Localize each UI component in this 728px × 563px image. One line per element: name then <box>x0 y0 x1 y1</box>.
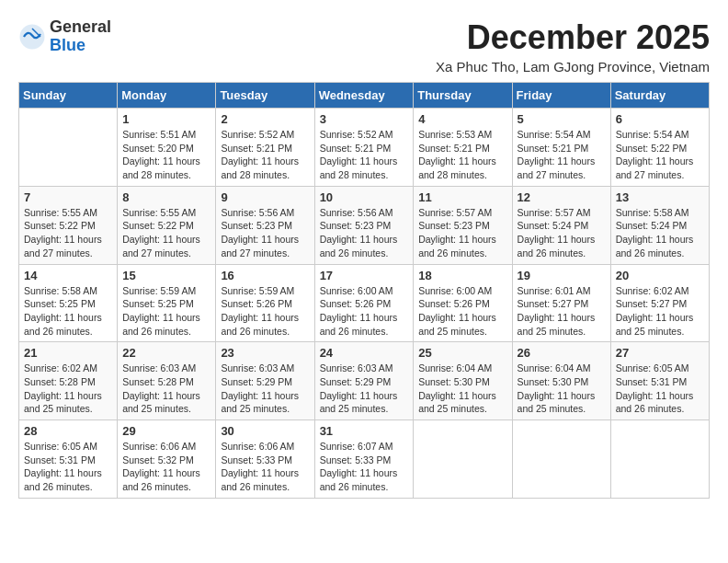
day-number: 15 <box>122 269 210 282</box>
calendar-cell: 15Sunrise: 5:59 AM Sunset: 5:25 PM Dayli… <box>118 264 216 342</box>
calendar-cell: 31Sunrise: 6:07 AM Sunset: 5:33 PM Dayli… <box>314 420 414 499</box>
calendar-cell: 16Sunrise: 5:59 AM Sunset: 5:26 PM Dayli… <box>216 264 314 342</box>
weekday-header: Thursday <box>414 83 512 109</box>
calendar-cell: 26Sunrise: 6:04 AM Sunset: 5:30 PM Dayli… <box>512 342 610 420</box>
day-info: Sunrise: 5:54 AM Sunset: 5:22 PM Dayligh… <box>616 128 704 182</box>
day-number: 23 <box>221 346 309 360</box>
day-number: 28 <box>24 424 112 438</box>
weekday-header: Sunday <box>19 83 118 109</box>
day-number: 25 <box>418 346 506 360</box>
day-info: Sunrise: 6:04 AM Sunset: 5:30 PM Dayligh… <box>518 362 606 416</box>
calendar-cell <box>19 109 118 187</box>
day-number: 8 <box>122 190 210 204</box>
day-info: Sunrise: 5:58 AM Sunset: 5:24 PM Dayligh… <box>616 206 704 260</box>
day-number: 16 <box>221 269 309 282</box>
weekday-header: Tuesday <box>216 83 314 109</box>
title-block: December 2025 Xa Phuc Tho, Lam GJong Pro… <box>436 18 710 75</box>
day-info: Sunrise: 6:05 AM Sunset: 5:31 PM Dayligh… <box>24 440 112 494</box>
calendar-cell: 8Sunrise: 5:55 AM Sunset: 5:22 PM Daylig… <box>118 186 216 264</box>
calendar-cell: 29Sunrise: 6:06 AM Sunset: 5:32 PM Dayli… <box>118 420 216 499</box>
day-number: 1 <box>122 112 210 126</box>
day-info: Sunrise: 6:03 AM Sunset: 5:29 PM Dayligh… <box>221 362 309 416</box>
day-info: Sunrise: 5:53 AM Sunset: 5:21 PM Dayligh… <box>418 128 506 182</box>
day-number: 30 <box>221 424 309 438</box>
day-info: Sunrise: 6:07 AM Sunset: 5:33 PM Dayligh… <box>320 440 409 494</box>
calendar-cell: 10Sunrise: 5:56 AM Sunset: 5:23 PM Dayli… <box>314 186 414 264</box>
calendar-cell: 1Sunrise: 5:51 AM Sunset: 5:20 PM Daylig… <box>118 109 216 187</box>
logo: General Blue <box>18 18 111 55</box>
calendar-week-row: 7Sunrise: 5:55 AM Sunset: 5:22 PM Daylig… <box>19 186 710 264</box>
day-info: Sunrise: 6:04 AM Sunset: 5:30 PM Dayligh… <box>418 362 506 416</box>
calendar-cell: 7Sunrise: 5:55 AM Sunset: 5:22 PM Daylig… <box>19 186 118 264</box>
day-info: Sunrise: 5:59 AM Sunset: 5:26 PM Dayligh… <box>221 284 309 339</box>
day-number: 7 <box>24 190 112 204</box>
day-number: 3 <box>320 112 409 126</box>
location: Xa Phuc Tho, Lam GJong Province, Vietnam <box>436 59 710 75</box>
day-number: 13 <box>616 190 704 204</box>
day-info: Sunrise: 5:54 AM Sunset: 5:21 PM Dayligh… <box>518 128 606 182</box>
calendar-week-row: 1Sunrise: 5:51 AM Sunset: 5:20 PM Daylig… <box>19 109 710 187</box>
calendar-cell: 27Sunrise: 6:05 AM Sunset: 5:31 PM Dayli… <box>610 342 709 420</box>
day-number: 10 <box>320 190 409 204</box>
day-info: Sunrise: 5:56 AM Sunset: 5:23 PM Dayligh… <box>320 206 409 260</box>
calendar-cell: 6Sunrise: 5:54 AM Sunset: 5:22 PM Daylig… <box>610 109 709 187</box>
calendar-week-row: 14Sunrise: 5:58 AM Sunset: 5:25 PM Dayli… <box>19 264 710 342</box>
calendar-cell <box>512 420 610 499</box>
calendar-cell: 22Sunrise: 6:03 AM Sunset: 5:28 PM Dayli… <box>118 342 216 420</box>
calendar-week-row: 21Sunrise: 6:02 AM Sunset: 5:28 PM Dayli… <box>19 342 710 420</box>
day-number: 4 <box>418 112 506 126</box>
calendar-cell: 3Sunrise: 5:52 AM Sunset: 5:21 PM Daylig… <box>314 109 414 187</box>
calendar-cell <box>610 420 709 499</box>
logo-text: General Blue <box>50 18 111 55</box>
weekday-header-row: SundayMondayTuesdayWednesdayThursdayFrid… <box>19 83 710 109</box>
day-number: 14 <box>24 269 112 282</box>
weekday-header: Monday <box>118 83 216 109</box>
calendar-cell: 9Sunrise: 5:56 AM Sunset: 5:23 PM Daylig… <box>216 186 314 264</box>
day-number: 5 <box>518 112 606 126</box>
calendar-cell: 24Sunrise: 6:03 AM Sunset: 5:29 PM Dayli… <box>314 342 414 420</box>
calendar-cell: 18Sunrise: 6:00 AM Sunset: 5:26 PM Dayli… <box>414 264 512 342</box>
calendar-cell: 14Sunrise: 5:58 AM Sunset: 5:25 PM Dayli… <box>19 264 118 342</box>
day-info: Sunrise: 5:51 AM Sunset: 5:20 PM Dayligh… <box>122 128 210 182</box>
calendar-cell: 25Sunrise: 6:04 AM Sunset: 5:30 PM Dayli… <box>414 342 512 420</box>
page-header: General Blue December 2025 Xa Phuc Tho, … <box>18 18 710 75</box>
day-number: 26 <box>518 346 606 360</box>
day-info: Sunrise: 5:56 AM Sunset: 5:23 PM Dayligh… <box>221 206 309 260</box>
calendar-cell: 5Sunrise: 5:54 AM Sunset: 5:21 PM Daylig… <box>512 109 610 187</box>
calendar-cell: 12Sunrise: 5:57 AM Sunset: 5:24 PM Dayli… <box>512 186 610 264</box>
day-number: 20 <box>616 269 704 282</box>
day-number: 29 <box>122 424 210 438</box>
calendar-cell: 19Sunrise: 6:01 AM Sunset: 5:27 PM Dayli… <box>512 264 610 342</box>
day-info: Sunrise: 5:58 AM Sunset: 5:25 PM Dayligh… <box>24 284 112 339</box>
calendar-cell: 17Sunrise: 6:00 AM Sunset: 5:26 PM Dayli… <box>314 264 414 342</box>
day-number: 11 <box>418 190 506 204</box>
day-info: Sunrise: 5:57 AM Sunset: 5:23 PM Dayligh… <box>418 206 506 260</box>
day-number: 6 <box>616 112 704 126</box>
day-number: 31 <box>320 424 409 438</box>
day-info: Sunrise: 5:59 AM Sunset: 5:25 PM Dayligh… <box>122 284 210 339</box>
logo-blue: Blue <box>50 37 111 55</box>
day-info: Sunrise: 6:00 AM Sunset: 5:26 PM Dayligh… <box>320 284 409 339</box>
calendar-cell: 20Sunrise: 6:02 AM Sunset: 5:27 PM Dayli… <box>610 264 709 342</box>
calendar-table: SundayMondayTuesdayWednesdayThursdayFrid… <box>18 82 710 499</box>
weekday-header: Friday <box>512 83 610 109</box>
logo-general: General <box>50 18 111 37</box>
day-number: 24 <box>320 346 409 360</box>
day-number: 21 <box>24 346 112 360</box>
calendar-cell: 11Sunrise: 5:57 AM Sunset: 5:23 PM Dayli… <box>414 186 512 264</box>
day-number: 22 <box>122 346 210 360</box>
calendar-cell: 23Sunrise: 6:03 AM Sunset: 5:29 PM Dayli… <box>216 342 314 420</box>
month-title: December 2025 <box>436 18 710 57</box>
day-info: Sunrise: 5:57 AM Sunset: 5:24 PM Dayligh… <box>518 206 606 260</box>
weekday-header: Wednesday <box>314 83 414 109</box>
day-info: Sunrise: 6:00 AM Sunset: 5:26 PM Dayligh… <box>418 284 506 339</box>
day-info: Sunrise: 6:02 AM Sunset: 5:27 PM Dayligh… <box>616 284 704 339</box>
calendar-cell: 30Sunrise: 6:06 AM Sunset: 5:33 PM Dayli… <box>216 420 314 499</box>
logo-icon <box>18 23 46 51</box>
day-number: 17 <box>320 269 409 282</box>
day-info: Sunrise: 5:52 AM Sunset: 5:21 PM Dayligh… <box>320 128 409 182</box>
day-info: Sunrise: 5:55 AM Sunset: 5:22 PM Dayligh… <box>24 206 112 260</box>
day-info: Sunrise: 6:03 AM Sunset: 5:28 PM Dayligh… <box>122 362 210 416</box>
day-info: Sunrise: 6:06 AM Sunset: 5:33 PM Dayligh… <box>221 440 309 494</box>
day-number: 12 <box>518 190 606 204</box>
